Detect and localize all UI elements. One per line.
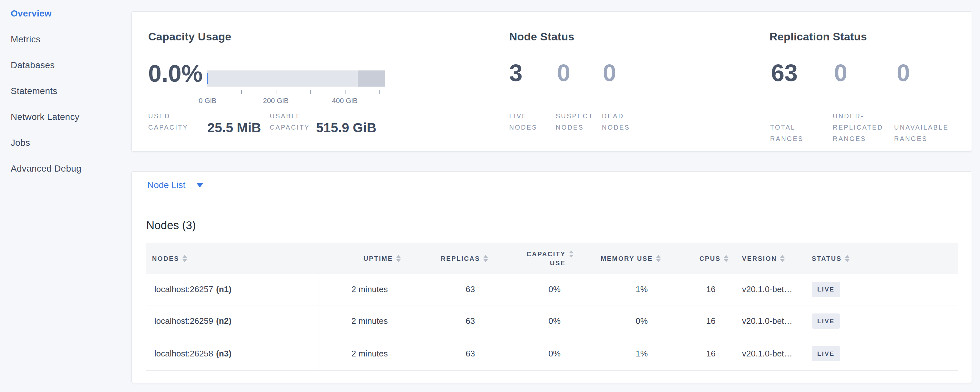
suspect-nodes-count: 0 <box>557 60 603 86</box>
table-row-node-2[interactable]: localhost:26259(n2) 2 minutes 63 0% 0% 1… <box>146 305 958 337</box>
live-nodes-count: 3 <box>509 60 557 86</box>
column-header-status[interactable]: STATUS <box>812 254 958 263</box>
sort-icon[interactable] <box>656 255 661 262</box>
sidebar-item-metrics[interactable]: Metrics <box>11 35 131 44</box>
axis-label-400gib: 400 GiB <box>332 97 358 105</box>
nodes-table: NODES UPTIME REPLICAS CAPACITY USE <box>146 243 958 371</box>
node-list-dropdown[interactable]: Node List <box>147 180 185 190</box>
node-address-cell[interactable]: localhost:26257(n1) <box>146 274 318 305</box>
usable-capacity-value: 515.9 GiB <box>316 121 377 134</box>
chevron-down-icon[interactable] <box>196 183 204 187</box>
capacity-bar-other-segment <box>358 70 385 87</box>
replication-numbers: 63 0 0 <box>771 60 910 86</box>
sidebar-item-jobs[interactable]: Jobs <box>11 138 131 148</box>
column-header-uptime[interactable]: UPTIME <box>318 254 401 263</box>
table-row-node-3[interactable]: localhost:26258(n3) 2 minutes 63 0% 1% 1… <box>146 337 958 371</box>
nodes-table-header: NODES UPTIME REPLICAS CAPACITY USE <box>146 243 958 274</box>
version-cell: v20.1.0-bet… <box>729 274 812 305</box>
unavailable-ranges-label: UNAVAILABLE RANGES <box>894 122 949 145</box>
column-header-version[interactable]: VERSION <box>729 254 812 263</box>
under-replicated-ranges-count: 0 <box>834 60 897 86</box>
node-list-card: Node List Nodes (3) NODES UPTIME REPLICA… <box>131 171 972 383</box>
total-ranges-count: 63 <box>771 60 834 86</box>
status-cell: LIVE <box>812 274 958 305</box>
sidebar-nav: Overview Metrics Databases Statements Ne… <box>0 0 131 190</box>
status-badge: LIVE <box>812 314 840 329</box>
capacity-usage-title: Capacity Usage <box>148 30 231 43</box>
nodes-section-heading: Nodes (3) <box>146 219 196 232</box>
status-badge: LIVE <box>812 282 840 297</box>
capacity-used-percent: 0.0% <box>148 61 203 87</box>
replication-status-title: Replication Status <box>770 30 867 43</box>
node-status-title: Node Status <box>509 30 574 43</box>
cpus-cell: 16 <box>661 305 729 337</box>
memory-use-cell: 1% <box>573 337 661 370</box>
total-ranges-label: TOTAL RANGES <box>770 122 833 145</box>
overview-page: Overview Metrics Databases Statements Ne… <box>0 0 980 392</box>
column-header-replicas[interactable]: REPLICAS <box>401 254 488 263</box>
cpus-cell: 16 <box>661 274 729 305</box>
view-selector-bar: Node List <box>132 172 972 199</box>
usable-capacity-label: USABLE CAPACITY <box>270 110 310 133</box>
sidebar-item-network-latency[interactable]: Network Latency <box>11 112 131 122</box>
column-header-memory-use[interactable]: MEMORY USE <box>573 254 661 263</box>
version-cell: v20.1.0-bet… <box>729 305 812 337</box>
capacity-axis-labels: 0 GiB 200 GiB 400 GiB <box>207 97 385 106</box>
sort-icon[interactable] <box>780 255 784 262</box>
sort-icon[interactable] <box>724 255 729 262</box>
capacity-use-cell: 0% <box>488 305 573 337</box>
capacity-use-cell: 0% <box>488 274 573 305</box>
used-capacity-label: USED CAPACITY <box>148 110 188 133</box>
sidebar-item-advanced-debug[interactable]: Advanced Debug <box>11 164 131 174</box>
cpus-cell: 16 <box>661 337 729 370</box>
replicas-cell: 63 <box>401 274 488 305</box>
status-cell: LIVE <box>812 337 958 370</box>
uptime-cell: 2 minutes <box>318 305 401 337</box>
capacity-bar-chart: 0 GiB 200 GiB 400 GiB <box>207 70 385 106</box>
capacity-use-cell: 0% <box>488 337 573 370</box>
dead-nodes-label: DEAD NODES <box>602 110 630 133</box>
axis-label-0gib: 0 GiB <box>199 97 216 105</box>
replicas-cell: 63 <box>401 305 488 337</box>
used-capacity-value: 25.5 MiB <box>207 121 261 134</box>
memory-use-cell: 1% <box>573 274 661 305</box>
node-status-labels: LIVE NODES SUSPECT NODES DEAD NODES <box>509 110 630 133</box>
capacity-bar-used-segment <box>207 73 208 84</box>
column-header-capacity-use[interactable]: CAPACITY USE <box>488 250 573 268</box>
sidebar-item-databases[interactable]: Databases <box>11 61 131 70</box>
status-cell: LIVE <box>812 305 958 337</box>
sort-icon[interactable] <box>183 255 187 262</box>
sort-icon[interactable] <box>569 250 573 258</box>
capacity-stats: USED CAPACITY 25.5 MiB USABLE CAPACITY 5… <box>148 110 377 133</box>
column-header-cpus[interactable]: CPUS <box>661 254 729 263</box>
status-badge: LIVE <box>812 346 840 361</box>
sort-icon[interactable] <box>396 255 401 262</box>
sort-icon[interactable] <box>845 255 850 262</box>
memory-use-cell: 0% <box>573 305 661 337</box>
node-status-numbers: 3 0 0 <box>509 60 616 86</box>
replicas-cell: 63 <box>401 337 488 370</box>
sidebar-item-overview[interactable]: Overview <box>11 9 131 18</box>
uptime-cell: 2 minutes <box>318 274 401 305</box>
cluster-summary-card: Capacity Usage 0.0% 0 GiB 200 GiB 400 Gi… <box>131 11 972 151</box>
uptime-cell: 2 minutes <box>318 337 401 370</box>
capacity-bar-track <box>207 70 385 87</box>
dead-nodes-count: 0 <box>603 60 616 86</box>
unavailable-ranges-count: 0 <box>897 60 910 86</box>
sort-icon[interactable] <box>484 255 488 262</box>
axis-label-200gib: 200 GiB <box>263 97 289 105</box>
node-address-cell[interactable]: localhost:26258(n3) <box>146 337 318 370</box>
column-header-nodes[interactable]: NODES <box>146 254 318 263</box>
replication-labels: TOTAL RANGES UNDER- REPLICATED RANGES UN… <box>770 110 949 145</box>
sidebar-item-statements[interactable]: Statements <box>11 86 131 96</box>
under-replicated-ranges-label: UNDER- REPLICATED RANGES <box>833 110 894 145</box>
version-cell: v20.1.0-bet… <box>729 337 812 370</box>
suspect-nodes-label: SUSPECT NODES <box>556 110 602 133</box>
node-address-cell[interactable]: localhost:26259(n2) <box>146 305 318 337</box>
capacity-axis-ticks <box>207 90 385 95</box>
live-nodes-label: LIVE NODES <box>509 110 556 133</box>
table-row-node-1[interactable]: localhost:26257(n1) 2 minutes 63 0% 1% 1… <box>146 274 958 305</box>
